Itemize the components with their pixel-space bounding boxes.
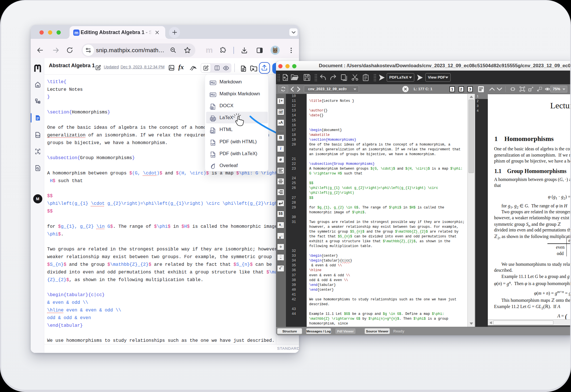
- svg-text:PDF: PDF: [36, 134, 40, 137]
- svg-text:HTML: HTML: [211, 132, 213, 133]
- svg-text:ZIP: ZIP: [212, 118, 214, 120]
- svg-text:PDF: PDF: [210, 143, 215, 145]
- svg-text:PDF: PDF: [210, 155, 215, 157]
- svg-text:m: m: [74, 30, 78, 35]
